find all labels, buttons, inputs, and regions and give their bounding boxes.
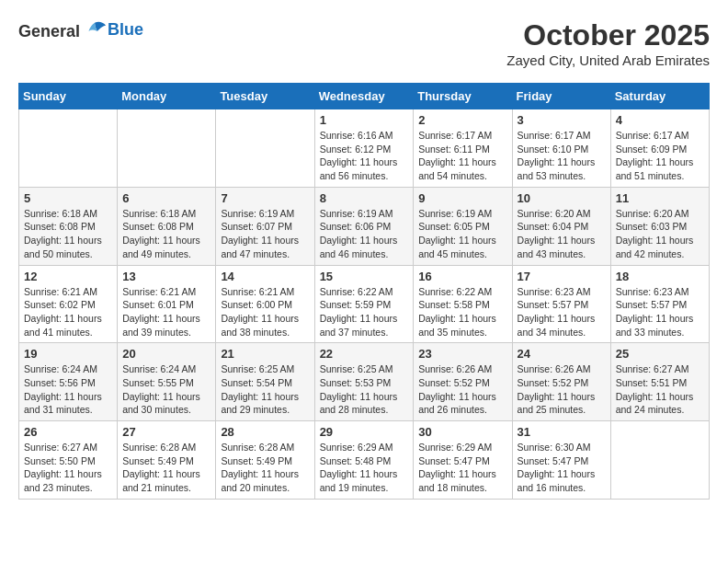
- weekday-header-sunday: Sunday: [19, 84, 118, 109]
- calendar-cell: [610, 421, 709, 500]
- calendar-cell: 24Sunrise: 6:26 AMSunset: 5:52 PMDayligh…: [512, 343, 610, 421]
- day-number: 17: [518, 270, 606, 283]
- day-info: Sunrise: 6:18 AMSunset: 6:08 PMDaylight:…: [24, 207, 112, 261]
- day-number: 5: [24, 191, 112, 205]
- day-info: Sunrise: 6:25 AMSunset: 5:53 PMDaylight:…: [320, 362, 409, 417]
- day-info: Sunrise: 6:24 AMSunset: 5:55 PMDaylight:…: [122, 362, 210, 417]
- day-number: 3: [518, 113, 606, 127]
- calendar-cell: 31Sunrise: 6:30 AMSunset: 5:47 PMDayligh…: [512, 421, 610, 500]
- month-title: October 2025: [506, 18, 710, 52]
- calendar-cell: 15Sunrise: 6:22 AMSunset: 5:59 PMDayligh…: [314, 265, 414, 343]
- day-number: 6: [122, 191, 210, 205]
- day-number: 16: [418, 270, 506, 283]
- day-info: Sunrise: 6:19 AMSunset: 6:07 PMDaylight:…: [221, 207, 309, 261]
- logo-bird-icon: [82, 18, 108, 44]
- day-number: 7: [221, 191, 309, 205]
- calendar-table: SundayMondayTuesdayWednesdayThursdayFrid…: [18, 83, 710, 500]
- day-info: Sunrise: 6:21 AMSunset: 6:01 PMDaylight:…: [122, 285, 210, 339]
- day-number: 24: [518, 347, 606, 361]
- calendar-cell: 17Sunrise: 6:23 AMSunset: 5:57 PMDayligh…: [512, 265, 610, 343]
- calendar-cell: 9Sunrise: 6:19 AMSunset: 6:05 PMDaylight…: [414, 187, 512, 265]
- day-info: Sunrise: 6:28 AMSunset: 5:49 PMDaylight:…: [122, 441, 210, 495]
- calendar-cell: 30Sunrise: 6:29 AMSunset: 5:47 PMDayligh…: [414, 421, 512, 500]
- calendar-cell: 10Sunrise: 6:20 AMSunset: 6:04 PMDayligh…: [512, 187, 610, 265]
- weekday-header-wednesday: Wednesday: [314, 84, 414, 109]
- day-info: Sunrise: 6:20 AMSunset: 6:04 PMDaylight:…: [518, 207, 606, 261]
- calendar-cell: [118, 109, 216, 188]
- day-number: 10: [518, 191, 606, 205]
- weekday-header-monday: Monday: [118, 84, 216, 109]
- calendar-cell: 7Sunrise: 6:19 AMSunset: 6:07 PMDaylight…: [216, 187, 314, 265]
- calendar-cell: 20Sunrise: 6:24 AMSunset: 5:55 PMDayligh…: [118, 343, 216, 421]
- calendar-cell: 16Sunrise: 6:22 AMSunset: 5:58 PMDayligh…: [414, 265, 512, 343]
- day-number: 2: [418, 113, 506, 127]
- day-info: Sunrise: 6:16 AMSunset: 6:12 PMDaylight:…: [320, 129, 409, 183]
- day-number: 19: [24, 347, 112, 361]
- location-subtitle: Zayed City, United Arab Emirates: [506, 52, 710, 68]
- weekday-header-thursday: Thursday: [414, 84, 512, 109]
- calendar-cell: 21Sunrise: 6:25 AMSunset: 5:54 PMDayligh…: [216, 343, 314, 421]
- day-info: Sunrise: 6:23 AMSunset: 5:57 PMDaylight:…: [518, 285, 606, 339]
- calendar-cell: 28Sunrise: 6:28 AMSunset: 5:49 PMDayligh…: [216, 421, 314, 500]
- day-number: 25: [616, 347, 704, 361]
- day-number: 20: [122, 347, 210, 361]
- calendar-cell: 22Sunrise: 6:25 AMSunset: 5:53 PMDayligh…: [314, 343, 414, 421]
- calendar-cell: 6Sunrise: 6:18 AMSunset: 6:08 PMDaylight…: [118, 187, 216, 265]
- day-number: 26: [24, 425, 112, 439]
- calendar-cell: [216, 109, 314, 188]
- day-info: Sunrise: 6:30 AMSunset: 5:47 PMDaylight:…: [518, 441, 606, 495]
- day-info: Sunrise: 6:29 AMSunset: 5:47 PMDaylight:…: [418, 441, 506, 495]
- calendar-cell: 18Sunrise: 6:23 AMSunset: 5:57 PMDayligh…: [610, 265, 709, 343]
- page-header: General Blue October 2025 Zayed City, Un…: [18, 18, 710, 68]
- calendar-cell: 27Sunrise: 6:28 AMSunset: 5:49 PMDayligh…: [118, 421, 216, 500]
- day-info: Sunrise: 6:27 AMSunset: 5:50 PMDaylight:…: [24, 441, 112, 495]
- logo-blue-text: Blue: [108, 20, 143, 40]
- calendar-cell: 29Sunrise: 6:29 AMSunset: 5:48 PMDayligh…: [314, 421, 414, 500]
- calendar-cell: 26Sunrise: 6:27 AMSunset: 5:50 PMDayligh…: [19, 421, 118, 500]
- day-info: Sunrise: 6:19 AMSunset: 6:05 PMDaylight:…: [418, 207, 506, 261]
- calendar-cell: 13Sunrise: 6:21 AMSunset: 6:01 PMDayligh…: [118, 265, 216, 343]
- day-number: 29: [320, 425, 409, 439]
- calendar-cell: 1Sunrise: 6:16 AMSunset: 6:12 PMDaylight…: [314, 109, 414, 188]
- weekday-header-saturday: Saturday: [610, 84, 709, 109]
- day-info: Sunrise: 6:23 AMSunset: 5:57 PMDaylight:…: [616, 285, 704, 339]
- day-number: 9: [418, 191, 506, 205]
- day-number: 31: [518, 425, 606, 439]
- calendar-cell: 11Sunrise: 6:20 AMSunset: 6:03 PMDayligh…: [610, 187, 709, 265]
- day-info: Sunrise: 6:19 AMSunset: 6:06 PMDaylight:…: [320, 207, 409, 261]
- calendar-week-row: 1Sunrise: 6:16 AMSunset: 6:12 PMDaylight…: [19, 109, 710, 188]
- logo: General Blue: [18, 18, 143, 44]
- logo-general-text: General: [18, 22, 80, 41]
- day-number: 30: [418, 425, 506, 439]
- calendar-week-row: 26Sunrise: 6:27 AMSunset: 5:50 PMDayligh…: [19, 421, 710, 500]
- calendar-cell: 8Sunrise: 6:19 AMSunset: 6:06 PMDaylight…: [314, 187, 414, 265]
- day-info: Sunrise: 6:29 AMSunset: 5:48 PMDaylight:…: [320, 441, 409, 495]
- day-info: Sunrise: 6:24 AMSunset: 5:56 PMDaylight:…: [24, 362, 112, 417]
- calendar-cell: 4Sunrise: 6:17 AMSunset: 6:09 PMDaylight…: [610, 109, 709, 188]
- day-info: Sunrise: 6:17 AMSunset: 6:10 PMDaylight:…: [518, 129, 606, 183]
- calendar-cell: 2Sunrise: 6:17 AMSunset: 6:11 PMDaylight…: [414, 109, 512, 188]
- calendar-cell: 25Sunrise: 6:27 AMSunset: 5:51 PMDayligh…: [610, 343, 709, 421]
- day-info: Sunrise: 6:17 AMSunset: 6:09 PMDaylight:…: [616, 129, 704, 183]
- day-info: Sunrise: 6:26 AMSunset: 5:52 PMDaylight:…: [518, 362, 606, 417]
- day-number: 12: [24, 270, 112, 283]
- day-info: Sunrise: 6:27 AMSunset: 5:51 PMDaylight:…: [616, 362, 704, 417]
- day-number: 23: [418, 347, 506, 361]
- day-number: 22: [320, 347, 409, 361]
- calendar-cell: 23Sunrise: 6:26 AMSunset: 5:52 PMDayligh…: [414, 343, 512, 421]
- calendar-cell: [19, 109, 118, 188]
- day-info: Sunrise: 6:26 AMSunset: 5:52 PMDaylight:…: [418, 362, 506, 417]
- day-info: Sunrise: 6:22 AMSunset: 5:59 PMDaylight:…: [320, 285, 409, 339]
- day-number: 18: [616, 270, 704, 283]
- day-info: Sunrise: 6:21 AMSunset: 6:02 PMDaylight:…: [24, 285, 112, 339]
- day-number: 1: [320, 113, 409, 127]
- calendar-week-row: 12Sunrise: 6:21 AMSunset: 6:02 PMDayligh…: [19, 265, 710, 343]
- calendar-cell: 3Sunrise: 6:17 AMSunset: 6:10 PMDaylight…: [512, 109, 610, 188]
- day-number: 11: [616, 191, 704, 205]
- title-block: October 2025 Zayed City, United Arab Emi…: [506, 18, 710, 68]
- calendar-cell: 14Sunrise: 6:21 AMSunset: 6:00 PMDayligh…: [216, 265, 314, 343]
- weekday-header-row: SundayMondayTuesdayWednesdayThursdayFrid…: [19, 84, 710, 109]
- day-number: 15: [320, 270, 409, 283]
- day-number: 27: [122, 425, 210, 439]
- day-info: Sunrise: 6:20 AMSunset: 6:03 PMDaylight:…: [616, 207, 704, 261]
